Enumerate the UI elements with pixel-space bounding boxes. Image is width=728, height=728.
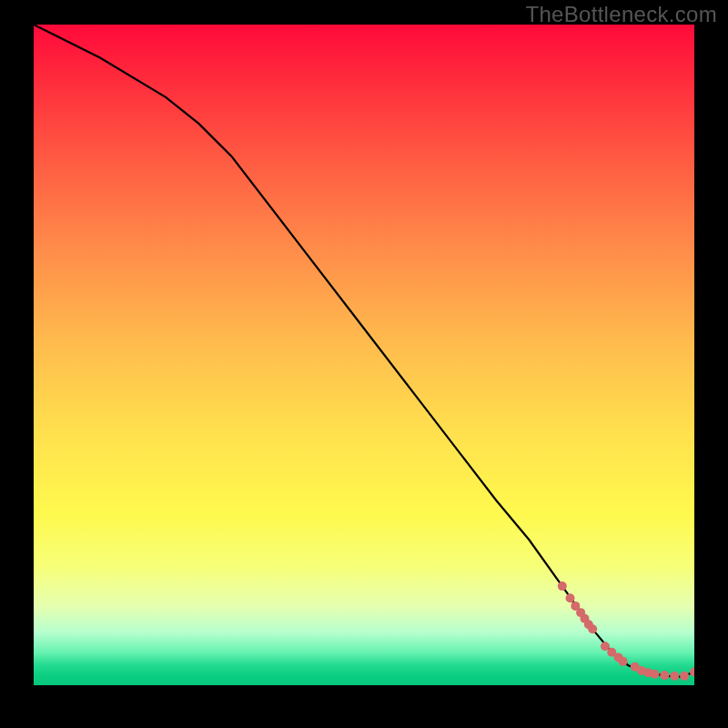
- data-points: [558, 581, 694, 681]
- data-point: [660, 671, 669, 680]
- data-point: [650, 670, 659, 679]
- data-point: [588, 624, 597, 633]
- data-point: [690, 667, 694, 676]
- chart-svg: [34, 25, 694, 685]
- chart-frame: TheBottleneck.com: [0, 0, 728, 728]
- data-point: [566, 593, 575, 602]
- data-point: [619, 657, 628, 666]
- data-point: [680, 672, 689, 681]
- data-point: [558, 581, 567, 591]
- watermark-text: TheBottleneck.com: [525, 2, 717, 27]
- data-line: [34, 25, 694, 677]
- data-point: [670, 672, 679, 681]
